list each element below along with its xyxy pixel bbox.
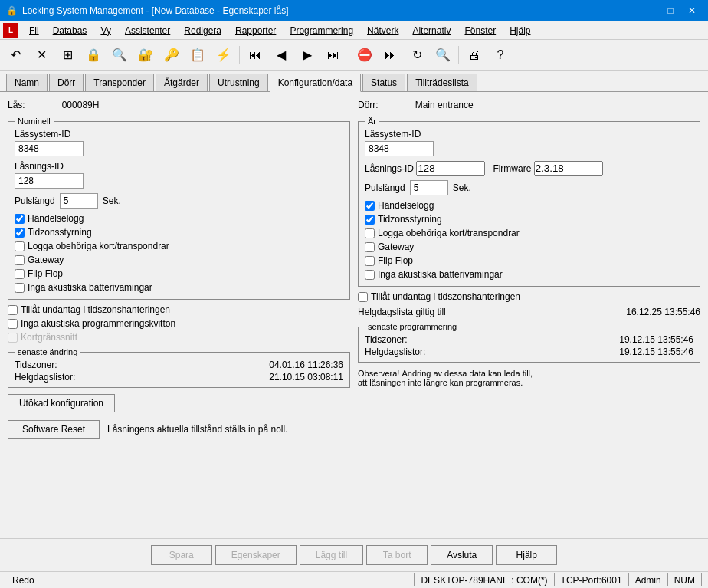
toolbar-search1[interactable]: 🔍 [107,43,132,67]
toolbar-lightning[interactable]: ⚡ [211,43,236,67]
toolbar-help[interactable]: ? [488,43,513,67]
menu-natverk[interactable]: Nätverk [361,24,405,38]
tab-transponder[interactable]: Transponder [85,74,154,91]
right-cb-tidzon-label: Tidzonsstyrning [378,214,442,225]
right-cb-batteri-label: Inga akustiska batterivamingar [378,269,503,280]
dorr-label: Dörr: [358,100,379,110]
left-lassystem-input[interactable] [15,141,84,156]
left-cb-flipflop-input[interactable] [15,269,25,279]
ar-legend: Är [365,117,379,126]
toolbar-skip[interactable]: ⏭ [379,43,403,67]
tab-namn[interactable]: Namn [6,74,48,91]
ta-bort-button[interactable]: Ta bort [366,545,428,565]
menu-hjalp[interactable]: Hjälp [503,24,536,38]
right-firmware-group: Firmware [493,161,602,176]
toolbar-lock2[interactable]: 🔐 [133,43,158,67]
toolbar-stop[interactable]: ⛔ [352,43,377,67]
egenskaper-button[interactable]: Egenskaper [215,545,297,565]
toolbar-search2[interactable]: 🔍 [431,43,455,67]
right-puls-input[interactable] [410,180,448,195]
status-num: NUM [668,573,702,586]
toolbar-cancel[interactable]: ✕ [29,43,54,67]
left-cb-batteri-input[interactable] [15,283,25,293]
toolbar-doc[interactable]: 📋 [185,43,210,67]
left-extra-checkboxes: Tillåt undantag i tidszonshanteringen In… [8,304,350,343]
right-puls-unit: Sek. [453,182,471,193]
tidszoner-left-label: Tidszoner: [15,360,57,370]
toolbar-refresh[interactable]: ↻ [405,43,429,67]
menu-redigera[interactable]: Redigera [178,24,228,38]
toolbar-key[interactable]: 🔑 [159,43,184,67]
toolbar-next[interactable]: ▶ [295,43,320,67]
menu-rapporter[interactable]: Rapporter [229,24,282,38]
helgdagslista-row: Helgdagslista giltig till 16.12.25 13:55… [358,307,700,317]
maximize-button[interactable]: □ [660,3,680,18]
status-text: Redo [12,575,34,586]
reset-row: Software Reset Låsningens aktuella tills… [8,420,700,439]
right-puls-label: Pulslängd [365,182,405,193]
menu-databas[interactable]: Databas [47,24,93,38]
senaste-programmering-group: senaste programmering Tidszoner: 19.12.1… [358,322,700,363]
helgdagslista-label: Helgdagslista giltig till [358,307,446,317]
avsluta-button[interactable]: Avsluta [431,545,493,565]
menu-programmering[interactable]: Programmering [284,24,359,38]
right-lasnings-input[interactable] [416,161,485,176]
minimize-button[interactable]: ─ [639,3,659,18]
right-lasnings-label: Låsnings-ID [365,163,414,174]
right-cb-batteri-input[interactable] [365,270,375,280]
menu-vy[interactable]: Vy [94,24,117,38]
tidszoner-left-row: Tidszoner: 04.01.16 11:26:36 [15,360,343,370]
left-cb-tidzon-input[interactable] [15,228,25,238]
tab-utrustning[interactable]: Utrustning [209,74,268,91]
right-firmware-input[interactable] [534,161,603,176]
right-cb-flipflop-input[interactable] [365,256,375,266]
utokad-button[interactable]: Utökad konfiguration [8,394,115,412]
hjalp-button[interactable]: Hjälp [496,545,557,565]
menu-assistenter[interactable]: Assistenter [119,24,176,38]
left-cb-handelselogg-input[interactable] [15,214,25,224]
left-cb-gateway-label: Gateway [28,255,64,265]
spara-button[interactable]: Spara [151,545,212,565]
menu-alternativ[interactable]: Alternativ [406,24,457,38]
left-cb-programkvitton-input[interactable] [8,319,18,329]
menu-items: Fil Databas Vy Assistenter Redigera Rapp… [23,24,537,38]
toolbar-prev[interactable]: ◀ [269,43,293,67]
toolbar-first[interactable]: ⏮ [243,43,267,67]
left-cb-logga-input[interactable] [15,241,25,251]
right-lassystem-input[interactable] [365,141,434,156]
user-text: Admin [635,575,661,586]
header-row: Lås: 000089H Dörr: Main entrance [8,100,700,110]
nominell-legend: Nominell [15,117,54,126]
toolbar-lock[interactable]: 🔒 [81,43,106,67]
tab-konfiguration[interactable]: Konfiguration/data [270,74,361,92]
tab-atgarder[interactable]: Åtgärder [156,74,208,91]
right-cb-handelselogg-label: Händelselogg [378,200,434,211]
right-cb-undantag-input[interactable] [358,292,368,302]
right-cb-tidzon: Tidzonsstyrning [365,214,693,225]
left-lasnings-input[interactable] [15,173,84,189]
tab-tilltradeslista[interactable]: Tillträdeslista [407,74,477,91]
left-puls-row: Pulslängd Sek. [15,193,343,209]
tab-status[interactable]: Status [362,74,405,91]
tab-dorr[interactable]: Dörr [49,74,84,91]
ar-group: Är Lässystem-ID Låsnings-ID Firmware [358,117,700,287]
right-cb-handelselogg-input[interactable] [365,201,375,211]
toolbar-back[interactable]: ↶ [3,43,28,67]
toolbar-last[interactable]: ⏭ [321,43,346,67]
left-cb-undantag: Tillåt undantag i tidszonshanteringen [8,304,350,315]
lagg-till-button[interactable]: Lägg till [300,545,363,565]
menu-fonster[interactable]: Fönster [458,24,502,38]
right-cb-tidzon-input[interactable] [365,215,375,225]
software-reset-button[interactable]: Software Reset [8,420,100,439]
toolbar-print[interactable]: 🖨 [462,43,487,67]
right-cb-gateway-input[interactable] [365,242,375,252]
right-cb-logga-input[interactable] [365,228,375,238]
left-cb-tidzon: Tidzonsstyrning [15,227,343,238]
left-cb-undantag-input[interactable] [8,305,18,315]
left-cb-gateway-input[interactable] [15,255,25,265]
menu-fil[interactable]: Fil [23,24,45,38]
close-button[interactable]: ✕ [682,3,702,18]
left-puls-input[interactable] [60,193,98,209]
toolbar-grid[interactable]: ⊞ [55,43,80,67]
reset-note: Låsningens aktuella tillstånd ställs in … [107,424,287,435]
